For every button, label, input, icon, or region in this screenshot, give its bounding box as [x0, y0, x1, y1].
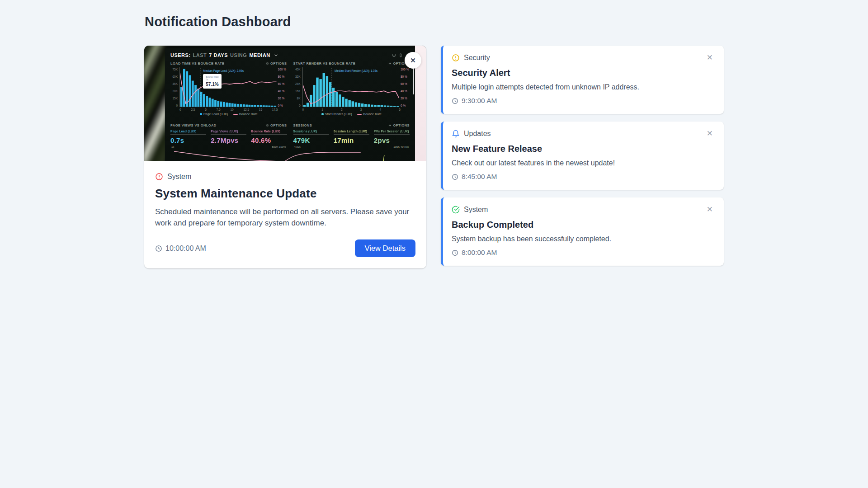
stat-label: Page Views (LUX) [211, 130, 246, 135]
analytics-header: USERS:LAST7 DAYSUSINGMEDIAN [170, 52, 410, 58]
monitor-icon [392, 53, 396, 57]
chart-panel: START RENDER VS BOUNCE RATEOPTIONS40K32K… [293, 61, 410, 116]
stat-sublabels: 1s500K 100% [170, 145, 287, 148]
page-title: Notification Dashboard [145, 14, 724, 29]
photo-background-left [144, 46, 166, 161]
stat-section-header: PAGE VIEWS VS ONLOADOPTIONS [170, 123, 287, 127]
category-label: Security [464, 54, 490, 62]
stat: Page Load (LUX)0.7s [170, 130, 206, 144]
y-tick: 60 % [278, 82, 287, 85]
stat: Sessions (LUX)479K [293, 130, 329, 144]
check-circle-icon [452, 206, 460, 214]
y-tick: 60K [170, 75, 178, 78]
legend-label: Start Render (LUX) [325, 113, 352, 116]
legend-label: Page Load (LUX) [203, 113, 228, 116]
notification-dashboard-page: Notification Dashboard USERS:LAST7 DAYSU… [144, 0, 724, 268]
x-tick: 4 [380, 108, 382, 111]
chart-options: OPTIONS [266, 61, 287, 66]
y-tick: 100 % [401, 68, 409, 71]
stat-value: 40.6% [251, 136, 287, 144]
alert-circle-icon [155, 173, 163, 181]
y-tick: 24K [293, 82, 301, 85]
y-tick: 80 % [401, 75, 409, 78]
close-icon[interactable]: ✕ [707, 54, 713, 61]
stat-section-options: OPTIONS [266, 123, 287, 127]
close-icon[interactable]: ✕ [707, 130, 713, 137]
legend-label: Bounce Rate [239, 113, 257, 116]
legend-line [233, 114, 238, 115]
tooltip-label: Bounce Rate 7s [206, 75, 219, 81]
y-tick: 75K [170, 68, 178, 71]
stat-sublabel-left: 4 pvs [294, 145, 301, 148]
x-tick: 3 [360, 108, 362, 111]
y-axis-left: 40K32K24K16K8K0 [293, 67, 301, 107]
legend-dot [200, 113, 202, 115]
y-tick: 8K [293, 97, 301, 100]
analytics-header-part: MEDIAN [249, 52, 270, 58]
timestamp: 10:00:00 AM [155, 244, 206, 253]
gear-icon [266, 62, 269, 65]
sparkline-decoration [170, 149, 410, 161]
y-tick: 40 % [278, 89, 287, 93]
stat-columns: Sessions (LUX)479KSession Length (LUX)17… [293, 130, 410, 144]
stat-label: Session Length (LUX) [334, 130, 369, 135]
analytics-header-part: 7 DAYS [209, 52, 228, 58]
y-tick: 80 % [278, 75, 287, 78]
options-label: OPTIONS [393, 123, 410, 127]
timestamp: 9:30:00 AM [452, 97, 713, 105]
notification-title: Security Alert [452, 68, 713, 78]
stat-label: PVs Per Session (LUX) [374, 130, 410, 135]
y-tick: 0 [170, 104, 178, 107]
clock-icon [452, 98, 458, 104]
analytics-screen: USERS:LAST7 DAYSUSINGMEDIAN LOAD TIME VS… [165, 48, 415, 161]
stat-value: 479K [293, 136, 329, 144]
x-tick: 17.5 [272, 108, 278, 111]
y-tick: 16K [293, 89, 301, 93]
y-tick: 45K [170, 82, 178, 85]
notification-list: Security ✕ Security Alert Multiple login… [441, 46, 724, 266]
stat-label: Sessions (LUX) [293, 130, 329, 135]
close-button[interactable]: ✕ [405, 52, 421, 69]
close-icon[interactable]: ✕ [707, 206, 713, 213]
stat: PVs Per Session (LUX)2pvs [374, 130, 410, 144]
legend-item: Bounce Rate [357, 113, 381, 116]
notification-card: System ✕ Backup Completed System backup … [441, 197, 724, 266]
category-row: System [452, 206, 488, 214]
analytics-header-part: USING [230, 52, 247, 58]
y-tick: 20 % [278, 97, 287, 100]
stat: Bounce Rate (LUX)40.6% [251, 130, 287, 144]
y-tick: 30K [170, 89, 178, 93]
timestamp-text: 8:45:00 AM [462, 173, 497, 181]
y-tick: 0 % [401, 104, 409, 107]
bell-icon [452, 130, 460, 138]
chart-legend: Page Load (LUX)Bounce Rate [170, 113, 287, 116]
x-axis: 012345 [302, 108, 410, 111]
analytics-header-part: USERS: [170, 52, 191, 58]
stat-columns: Page Load (LUX)0.7sPage Views (LUX)2.7Mp… [170, 130, 287, 144]
stat-sublabel-left: 1s [171, 145, 174, 148]
category-label: System [464, 206, 488, 214]
chart-plot-row: 40K32K24K16K8K0Median Start Render (LUX)… [293, 67, 410, 107]
analytics-stats: PAGE VIEWS VS ONLOADOPTIONSPage Load (LU… [170, 120, 410, 148]
chart-plot: Median Page Load (LUX): 2.09sBounce Rate… [179, 67, 277, 107]
notification-card: Security ✕ Security Alert Multiple login… [441, 46, 724, 114]
chart-title: START RENDER VS BOUNCE RATE [293, 61, 356, 66]
stat-value: 2.7Mpvs [211, 136, 246, 144]
category-row: Updates [452, 130, 491, 138]
notification-title: New Feature Release [452, 144, 713, 154]
options-label: OPTIONS [270, 123, 287, 127]
y-tick: 15K [170, 97, 178, 100]
y-tick: 0 % [278, 104, 287, 107]
category-row: System [155, 173, 415, 181]
stat-section-title: PAGE VIEWS VS ONLOAD [170, 123, 217, 127]
gear-icon [388, 62, 392, 65]
legend-item: Bounce Rate [233, 113, 257, 116]
stat-section-title: SESSIONS [293, 123, 312, 127]
notification-title: System Maintenance Update [155, 187, 415, 201]
stat-section: PAGE VIEWS VS ONLOADOPTIONSPage Load (LU… [170, 123, 287, 148]
x-tick: 5 [205, 108, 207, 111]
view-details-button[interactable]: View Details [355, 239, 415, 257]
x-tick: 12.5 [243, 108, 249, 111]
stat-sublabels: 4 pvs100K 40 min [293, 145, 410, 148]
stat-value: 0.7s [170, 136, 206, 144]
